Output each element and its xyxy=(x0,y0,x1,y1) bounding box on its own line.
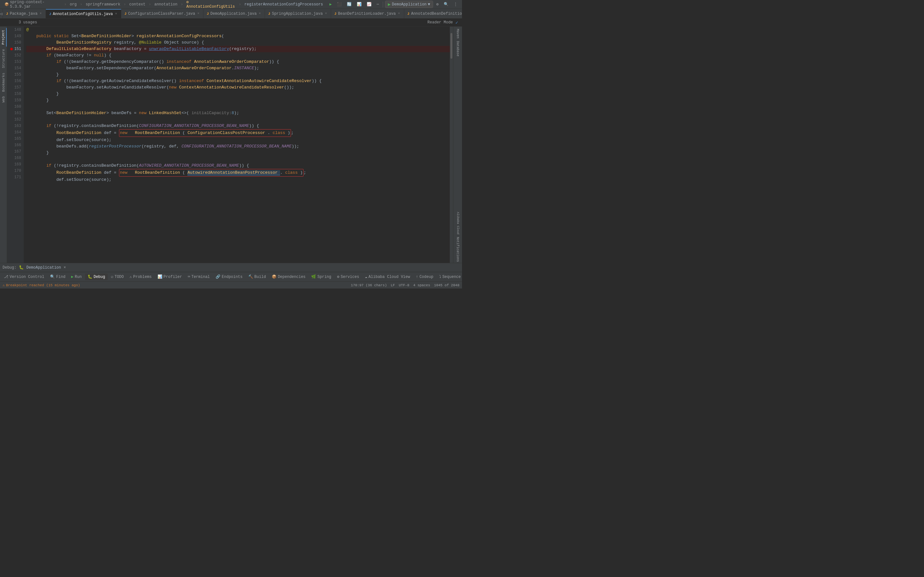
project-panel[interactable]: Project xyxy=(0,28,7,47)
codeup-toolbar[interactable]: ↑ Codeup xyxy=(413,274,436,280)
debug-app-name[interactable]: DemoApplication xyxy=(26,266,61,270)
tab-close-active[interactable]: × xyxy=(115,12,118,16)
find-toolbar[interactable]: 🔍 Find xyxy=(47,274,68,280)
tab-package[interactable]: J Package.java × xyxy=(3,9,46,19)
breadcrumb-context[interactable]: context xyxy=(128,2,147,7)
cursor-highlight-170: AutowiredAnnotationBeanPostProcessor xyxy=(187,170,280,175)
tab-close-package[interactable]: × xyxy=(39,11,42,16)
debug-icon: 🐛 xyxy=(19,265,24,270)
build-toolbar[interactable]: 🔨 Build xyxy=(246,274,268,280)
breadcrumb-annotation[interactable]: annotation xyxy=(152,2,179,7)
code-line-168 xyxy=(26,156,450,163)
reader-mode-area: Reader Mode ✓ xyxy=(427,20,462,25)
debug-toolbar-icon: 🐛 xyxy=(87,274,92,279)
notifications-panel[interactable]: Notifications xyxy=(454,236,462,263)
breadcrumb-springframework[interactable]: springframework xyxy=(84,2,122,7)
tab-icon-active: J xyxy=(49,12,51,16)
gutter-line-170: 170 xyxy=(8,168,21,174)
code-line-161: Set < BeanDefinitionHolder > beanDefs = … xyxy=(26,110,450,116)
spring-toolbar[interactable]: 🌿 Spring xyxy=(309,274,334,280)
stop-button[interactable]: ⬛ xyxy=(335,1,344,7)
encoding[interactable]: UTF-8 xyxy=(399,284,409,287)
alibaba-cloud-toolbar[interactable]: ☁ Alibaba Cloud View xyxy=(362,274,413,280)
breakpoint-status: ⚠ Breakpoint reached (15 minutes ago) xyxy=(3,283,80,287)
todo-toolbar[interactable]: ☑ TODO xyxy=(108,274,126,280)
run-toolbar[interactable]: ▶ Run xyxy=(69,274,84,280)
version-control-toolbar[interactable]: ⎇ Version Control xyxy=(1,274,47,280)
reload-button[interactable]: 🔄 xyxy=(345,1,354,7)
endpoints-toolbar[interactable]: 🔗 Endpoints xyxy=(213,274,245,280)
left-panel-strip: Project Structure Bookmarks Web xyxy=(0,27,7,263)
search-button[interactable]: 🔍 xyxy=(442,1,451,7)
breakpoint-message: Breakpoint reached (15 minutes ago) xyxy=(6,284,80,287)
debug-toolbar-item[interactable]: 🐛 Debug xyxy=(85,274,108,280)
more-actions[interactable]: ⋮ xyxy=(452,1,459,7)
terminal-toolbar[interactable]: ⌨ Terminal xyxy=(185,274,212,280)
dependencies-toolbar[interactable]: 📦 Dependencies xyxy=(269,274,308,280)
profiler-toolbar[interactable]: 📊 Profiler xyxy=(155,274,185,280)
tab-close-demo[interactable]: × xyxy=(258,11,262,16)
tab-annotationconfigutils[interactable]: J AnnotationConfigUtils.java × xyxy=(46,9,121,19)
gutter-line-157: 157 xyxy=(8,84,21,91)
code-line-155: } xyxy=(26,71,450,78)
coverage-button[interactable]: 📊 xyxy=(355,1,363,7)
gutter-line-162: 162 xyxy=(8,116,21,123)
line-gutter: 148 149 150 151 152 153 xyxy=(7,27,24,263)
line-separator[interactable]: LF xyxy=(391,284,395,287)
tab-close-beanloader[interactable]: × xyxy=(397,11,401,16)
maven-panel[interactable]: Maven xyxy=(454,28,462,39)
reader-mode-label[interactable]: Reader Mode xyxy=(427,20,453,25)
profile-button[interactable]: 📈 xyxy=(365,1,373,7)
breadcrumb-method[interactable]: registerAnnotationConfigProcessors xyxy=(242,2,325,7)
tab-annotatedbeandefinitionreader[interactable]: J AnnotatedBeanDefinitionReader.java × xyxy=(404,9,462,19)
alibaba-cloud-panel[interactable]: Alibaba Cloud xyxy=(454,211,462,235)
scrollbar-thumb[interactable] xyxy=(451,33,452,59)
structure-panel[interactable]: Structure xyxy=(1,47,6,70)
tab-close-spring[interactable]: × xyxy=(325,11,328,16)
tab-springapplication[interactable]: J SpringApplication.java × xyxy=(265,9,331,19)
tab-close-config[interactable]: × xyxy=(197,11,200,16)
code-line-166: beanDefs.add( registerPostProcessor (reg… xyxy=(26,143,450,150)
app-selector[interactable]: ▶ DemoApplication ▼ xyxy=(385,1,433,8)
database-panel[interactable]: Database xyxy=(454,40,462,57)
gutter-line-152: 152 xyxy=(8,52,21,59)
services-toolbar[interactable]: ⚙ Services xyxy=(334,274,362,280)
tab-beandefinitionloader[interactable]: J BeanDefinitionLoader.java × xyxy=(331,9,404,19)
web-panel[interactable]: Web xyxy=(1,94,6,105)
code-line-154: beanFactory.setDependencyComparator( Ann… xyxy=(26,65,450,71)
breadcrumb-class[interactable]: ⚙ AnnotationConfigUtils xyxy=(184,0,237,10)
cursor-position[interactable]: 170:97 (36 chars) xyxy=(351,284,387,287)
jar-label[interactable]: 📦 spring-context-5.3.9.jar xyxy=(3,0,63,10)
scrollbar[interactable] xyxy=(450,27,453,263)
debug-close[interactable]: × xyxy=(63,266,66,270)
code-line-162 xyxy=(26,116,450,123)
tab-configclassparser[interactable]: J ConfigurationClassParser.java × xyxy=(121,9,204,19)
gutter-line-163: 163 xyxy=(8,123,21,129)
code-editor[interactable]: @ public static Set < BeanDefinitionHold… xyxy=(24,27,450,263)
problems-toolbar[interactable]: ⚠ Problems xyxy=(127,274,154,280)
code-line-152: if (beanFactory != null ) { xyxy=(26,52,450,59)
lines-count[interactable]: 1045 of 2048 xyxy=(434,284,459,287)
run-button[interactable]: ▶ xyxy=(328,1,334,7)
bottom-toolbar: ⎇ Version Control 🔍 Find ▶ Run 🐛 Debug ☑… xyxy=(0,272,462,282)
gutter-line-166: 166 xyxy=(8,142,21,148)
gutter-line-151: 151 xyxy=(8,46,21,52)
code-line-167: } xyxy=(26,150,450,156)
more-button[interactable]: ⋯ xyxy=(375,1,381,7)
right-panel-strip: Maven Database Alibaba Cloud Notificatio… xyxy=(453,27,462,263)
indent-info[interactable]: 4 spaces xyxy=(413,284,430,287)
breadcrumb-org[interactable]: org xyxy=(68,2,79,7)
reader-mode-check[interactable]: ✓ xyxy=(456,20,458,25)
settings-button[interactable]: ⚙ xyxy=(435,1,441,7)
code-line-150: BeanDefinitionRegistry registry , @Nulla… xyxy=(26,39,450,46)
left-panel-toggle[interactable]: ◁ xyxy=(0,9,3,18)
sequence-toolbar[interactable]: ⤵ Sequence xyxy=(437,274,462,280)
main-area: Project Structure Bookmarks Web 148 149 … xyxy=(0,27,462,263)
bookmarks-panel[interactable]: Bookmarks xyxy=(1,71,6,93)
gutter-line-171: 171 xyxy=(8,174,21,181)
tab-demoapplication[interactable]: J DemoApplication.java × xyxy=(204,9,265,19)
breakpoint-151[interactable] xyxy=(10,48,13,50)
top-toolbar: 📦 spring-context-5.3.9.jar › org › sprin… xyxy=(0,0,462,9)
services-icon: ⚙ xyxy=(337,274,339,279)
gutter-line-169: 169 xyxy=(8,161,21,168)
